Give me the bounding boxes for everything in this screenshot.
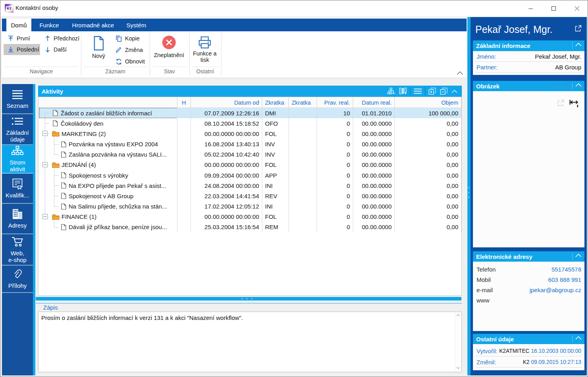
change-button[interactable]: Změna	[114, 45, 144, 55]
sidebar-item-prilohy[interactable]: Přílohy	[2, 266, 33, 293]
table-row[interactable]: MARKETING (2)00.00.0000 00:00:00FOL000.0…	[38, 128, 461, 139]
group-label-navigace: Navigace	[4, 68, 78, 75]
ribbon-tab-hromadne-akce[interactable]: Hromadné akce	[72, 19, 114, 31]
table-row[interactable]: Dávali již příkaz bance, peníze jsou...2…	[38, 222, 461, 232]
field-label: Telefon	[477, 266, 496, 273]
refresh-button[interactable]: Obnovit	[114, 56, 146, 67]
column-header-objem[interactable]: Objem	[395, 97, 461, 108]
table-row[interactable]: Zaslána pozvánka na výstavu SALI...05.02…	[38, 149, 461, 160]
table-row[interactable]: Žádost o zaslání bližších informací07.07…	[38, 108, 461, 118]
field-value[interactable]: 603 888 991	[548, 276, 581, 283]
tree-collapse-box[interactable]	[42, 131, 48, 136]
activities-title: Aktivity	[42, 88, 63, 95]
document-icon	[61, 224, 66, 230]
table-row[interactable]: Na EXPO přijede pan Pekař s asist...24.0…	[38, 180, 461, 191]
section-header-obrazek[interactable]: Obrázek	[473, 81, 584, 91]
section-header-zakladni-informace[interactable]: Základní informace	[473, 40, 584, 51]
cell-datum-real: 00.00.0000	[353, 222, 395, 232]
section-header-elektronicke-adresy[interactable]: Elektronické adresy	[473, 251, 584, 262]
chevron-up-icon[interactable]	[575, 83, 582, 87]
columns-down-icon[interactable]	[397, 86, 409, 97]
sidebar-item-zakladni-udaje[interactable]: Základníúdaje	[2, 114, 33, 145]
fit-width-icon[interactable]	[569, 100, 579, 107]
new-button[interactable]: Nový	[88, 35, 110, 59]
section-header-ostatni-udaje[interactable]: Ostatní údaje	[473, 334, 584, 344]
maximize-button[interactable]	[542, 0, 565, 16]
table-row[interactable]: Pozvánka na výstavu EXPO 200416.08.2004 …	[38, 139, 461, 149]
copy-button[interactable]: Kopie	[114, 33, 141, 44]
scroll-up-icon[interactable]	[456, 313, 461, 318]
row-name: FINANCE (1)	[61, 213, 96, 220]
table-row[interactable]: Spokojenost v AB Group22.03.2004 14:41:5…	[38, 191, 461, 201]
vertical-splitter[interactable]	[467, 17, 471, 375]
cell-name: Na Salimu přijede, schůzka na stán...	[38, 201, 177, 212]
chevron-up-icon[interactable]	[575, 254, 582, 257]
column-header-h[interactable]: H	[177, 97, 191, 108]
sidebar-item-strom-aktivit[interactable]: Stromaktivit	[2, 145, 33, 174]
panel-collapse-button[interactable]	[450, 86, 459, 97]
minimize-button[interactable]	[519, 0, 542, 16]
field-label: www	[477, 297, 490, 304]
column-header-prav-real-[interactable]: Prav. real.	[317, 97, 353, 108]
invalidate-button-label: Zneplatnění	[154, 52, 184, 58]
sidebar-item-adresy[interactable]: Adresy	[2, 204, 33, 234]
next-button[interactable]: Další	[42, 44, 68, 55]
ribbon-collapse-button[interactable]	[455, 69, 465, 77]
field-row: Jméno:Pekař Josef, Mgr.	[473, 51, 584, 62]
table-row[interactable]: FINANCE (1)00.00.0000 00:00:00FOL000.00.…	[38, 212, 461, 222]
ribbon-tab-funkce[interactable]: Funkce	[38, 19, 60, 31]
chevron-up-icon[interactable]	[575, 43, 582, 46]
table-row[interactable]: Čokoládový den08.10.2004 15:18:52OFO000.…	[38, 118, 461, 128]
chevron-up-icon	[452, 90, 457, 93]
invalidate-button[interactable]: Zneplatnění	[153, 35, 185, 58]
column-header-datum-real-[interactable]: Datum real.	[353, 97, 395, 108]
collapse-all-icon[interactable]	[438, 86, 450, 97]
arrow-top-icon	[7, 35, 14, 42]
cell-datum-real: 00.00.0000	[353, 170, 395, 180]
field-row: Změnil:K2 09.09.2015 10:27:13	[473, 356, 584, 367]
last-button[interactable]: Poslední	[6, 44, 40, 55]
field-value[interactable]: jpekar@abgroup.cz	[530, 287, 581, 293]
table-row[interactable]: Spokojenost s výrobky09.09.2004 00:00:00…	[38, 170, 461, 180]
field-value[interactable]: 551745578	[551, 266, 581, 273]
ribbon-tab-system[interactable]: Systém	[126, 19, 146, 31]
splitter-grip	[468, 187, 469, 198]
tree-collapse-box[interactable]	[42, 214, 48, 219]
expand-all-icon[interactable]	[427, 86, 438, 97]
sidebar-item-seznam[interactable]: Seznam	[2, 84, 33, 114]
external-link-icon[interactable]	[557, 100, 564, 106]
memo-scrollbar[interactable]	[455, 312, 461, 372]
cell-datum-od: 16.08.2004 13:40:13	[191, 139, 262, 149]
print-functions-button[interactable]: Funkce atisk	[190, 35, 219, 63]
trash-icon[interactable]	[564, 82, 569, 89]
tree-collapse-box[interactable]	[42, 162, 48, 167]
cell-h	[177, 149, 191, 160]
ribbon-tab-domu[interactable]: Domů	[6, 19, 31, 31]
document-icon	[53, 120, 58, 126]
org-tree-down-icon[interactable]	[385, 86, 397, 97]
cell-datum-real: 00.00.0000	[353, 212, 395, 222]
chevron-up-icon[interactable]	[575, 336, 582, 340]
column-header-zkratka[interactable]: Zkratka	[262, 97, 289, 108]
cell-datum-od: 22.03.2004 14:41:54	[191, 191, 262, 201]
hamburger-icon[interactable]	[412, 86, 424, 97]
sidebar-item-web-eshop[interactable]: Web,e-shop	[2, 234, 33, 266]
close-button[interactable]	[565, 0, 588, 16]
column-header-zkratka[interactable]: Zkratka	[289, 97, 317, 108]
activities-toolbar	[385, 86, 459, 97]
sidebar-item-kvalifikace[interactable]: Kvalifik...	[2, 174, 33, 204]
sidebar-item-label: Základníúdaje	[6, 129, 29, 143]
paperclip-icon[interactable]	[554, 82, 560, 89]
horizontal-splitter[interactable]	[36, 297, 461, 300]
tree-connector	[54, 155, 59, 155]
table-row[interactable]: Na Salimu přijede, schůzka na stán...17.…	[38, 201, 461, 212]
open-detail-button[interactable]	[575, 25, 582, 32]
scroll-down-icon[interactable]	[456, 366, 461, 371]
first-button[interactable]: První	[6, 33, 32, 44]
tree-connector	[54, 186, 59, 186]
zapis-memo-field[interactable]: Prosím o zaslání bližších informací k ve…	[38, 312, 462, 372]
previous-button[interactable]: Předchozí	[42, 33, 81, 44]
cell-zkratka: INI	[262, 180, 289, 191]
table-row[interactable]: JEDNÁNÍ (4)00.00.0000 00:00:00FOL000.00.…	[38, 160, 461, 170]
column-header-datum-od[interactable]: Datum od	[191, 97, 262, 108]
